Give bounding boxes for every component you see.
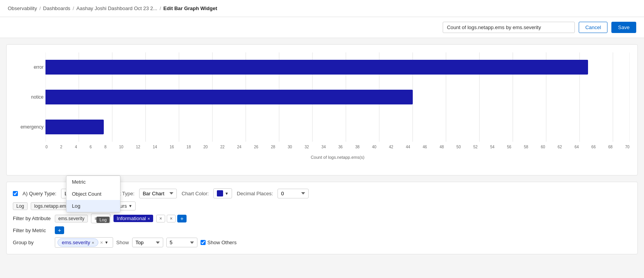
x-tick-50: 50 [456,145,461,149]
x-tick-12: 12 [136,145,140,149]
x-tick-18: 18 [187,145,191,149]
breadcrumb-current: Edit Bar Graph Widget [163,5,217,11]
breadcrumb-sep-3: / [160,5,161,11]
x-tick-46: 46 [423,145,427,149]
breadcrumb-dashboards[interactable]: Dashboards [43,5,70,11]
bar-label-notice: notice [14,94,44,100]
bar-chart-container: error notice emergency 0 2 4 6 [45,52,630,153]
x-tick-58: 58 [524,145,528,149]
decimal-places-select[interactable]: 0 1 2 [277,189,309,198]
x-tick-24: 24 [237,145,241,149]
chart-area: error notice emergency 0 2 4 6 [6,44,638,175]
x-tick-66: 66 [592,145,596,149]
x-tick-16: 16 [169,145,174,149]
x-tick-8: 8 [104,145,106,149]
x-tick-6: 6 [90,145,92,149]
show-others-text: Show Others [208,240,237,245]
x-tick-70: 70 [625,145,629,149]
group-by-box[interactable]: ems.severity × × ▼ [55,237,113,248]
x-tick-14: 14 [153,145,157,149]
log-tag: Log [13,202,28,210]
informational-tag-close[interactable]: × [148,216,150,221]
filter-attr-operator-select[interactable]: = != > < [91,214,110,223]
dropdown-item-log[interactable]: Log [66,200,120,212]
x-tick-20: 20 [203,145,208,149]
breadcrumb-sep-2: / [73,5,74,11]
x-tick-56: 56 [507,145,511,149]
filter-ops: × × + [156,215,187,222]
x-axis-title: Count of logs.netapp.ems(s) [45,155,630,160]
display-time-arrow: ▼ [128,204,132,208]
dropdown-item-metric[interactable]: Metric [66,176,120,188]
dropdown-item-object-count[interactable]: Object Count [66,188,120,200]
informational-tag: Informational × [113,215,153,222]
bar-fill-error [45,60,588,75]
bar-rows: error notice emergency [45,52,630,142]
group-by-tag-remove[interactable]: × [92,240,94,245]
x-tick-68: 68 [608,145,613,149]
chart-color-button[interactable]: ▼ [213,188,232,198]
x-tick-28: 28 [271,145,275,149]
count-select[interactable]: 5 10 25 50 [166,238,197,247]
x-tick-48: 48 [440,145,444,149]
filter-attr-tag: ems.severity [55,215,88,222]
breadcrumb-sep-1: / [39,5,41,11]
chart-type-select[interactable]: Bar Chart Line Chart Area Chart [139,189,177,198]
x-tick-64: 64 [574,145,579,149]
show-label: Show [116,240,129,245]
bar-label-emergency: emergency [14,124,44,130]
color-dropdown-arrow: ▼ [225,191,229,196]
x-tick-44: 44 [406,145,410,149]
x-tick-54: 54 [490,145,494,149]
bar-row-emergency: emergency [45,115,630,139]
x-tick-10: 10 [119,145,123,149]
x-tick-52: 52 [473,145,478,149]
top-select[interactable]: Top Bottom [132,238,163,247]
x-tick-22: 22 [220,145,225,149]
x-tick-32: 32 [305,145,309,149]
bar-label-error: error [14,64,44,70]
x-tick-34: 34 [321,145,326,149]
x-tick-0: 0 [45,145,48,149]
show-others-checkbox[interactable] [201,240,206,245]
group-by-label: Group by [13,240,52,245]
x-axis: 0 2 4 6 8 10 12 14 16 18 20 22 24 26 28 … [45,144,630,153]
bar-fill-emergency [45,120,104,134]
widget-title-input[interactable] [443,22,575,33]
x-tick-38: 38 [355,145,360,149]
breadcrumb: Observability / Dashboards / Aashay Josh… [0,0,644,17]
show-others-label[interactable]: Show Others [201,240,237,245]
chart-color-label: Chart Color: [182,191,209,196]
x-tick-30: 30 [288,145,292,149]
filter-attribute-row: Filter by Attribute ems.severity = != > … [13,214,631,223]
informational-value: Informational [117,215,146,221]
query-type-dropdown: Metric Object Count Log [66,175,120,212]
bar-row-error: error [45,56,630,79]
query-checkbox[interactable] [13,191,18,196]
filter-attribute-label: Filter by Attribute [13,215,52,221]
filter-metric-row: Filter by Metric + [13,226,631,234]
decimal-places-label: Decimal Places: [237,191,273,196]
save-button[interactable]: Save [611,22,636,33]
top-bar: Cancel Save [0,17,644,38]
x-tick-2: 2 [60,145,63,149]
x-tick-26: 26 [254,145,258,149]
x-tick-36: 36 [339,145,343,149]
breadcrumb-observability[interactable]: Observability [8,5,37,11]
filter-metric-add-button[interactable]: + [55,226,64,234]
group-by-arrow-icon: ▼ [105,240,108,245]
x-tick-4: 4 [75,145,77,149]
filter-metric-label: Filter by Metric [13,228,52,233]
group-by-tag-value: ems.severity [62,240,90,245]
x-tick-62: 62 [558,145,562,149]
filter-attr-clear-button[interactable]: × [156,215,165,222]
query-type-label: A) Query Type: [23,191,56,196]
filter-attr-delete-button[interactable]: × [167,215,176,222]
cancel-button[interactable]: Cancel [579,22,607,33]
chart-type-wrapper: Bar Chart Line Chart Area Chart [139,189,177,198]
bar-fill-notice [45,90,413,104]
filter-attr-add-button[interactable]: + [177,215,187,222]
group-by-clear-icon[interactable]: × [100,240,103,245]
query-checkbox-label[interactable] [13,191,18,196]
breadcrumb-dashboard-name[interactable]: Aashay Joshi Dashboard Oct 23 2... [77,5,157,11]
